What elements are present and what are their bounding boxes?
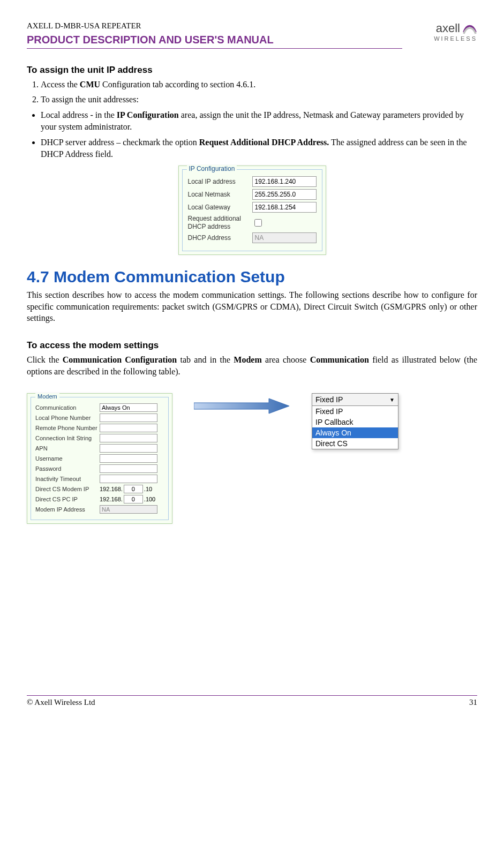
local-ip-label: Local IP address <box>188 178 252 185</box>
modem-comm-input[interactable] <box>100 403 157 412</box>
doc-product-line: AXELL D-MBR-USA REPEATER <box>27 21 402 31</box>
dcs-pc-suffix: .100 <box>144 496 155 502</box>
modem-conn-init-label: Connection Init String <box>35 435 100 441</box>
b2-pre: DHCP server address – checkmark the opti… <box>41 138 199 147</box>
communication-dropdown-panel: Fixed IP ▼ Fixed IP IP Callback Always O… <box>312 393 398 449</box>
b1-pre: Local address - in the <box>41 110 117 119</box>
gateway-input[interactable] <box>252 202 317 213</box>
p2-m2: area choose <box>262 355 310 364</box>
dropdown-selected-text: Fixed IP <box>315 395 343 404</box>
footer-page-number: 31 <box>469 698 477 707</box>
dropdown-option-always-on[interactable]: Always On <box>312 427 398 438</box>
modem-username-label: Username <box>35 455 100 462</box>
dcs-pc-prefix: 192.168. <box>100 496 123 502</box>
arrow-icon <box>194 395 290 417</box>
modem-remote-phone-label: Remote Phone Number <box>35 425 100 431</box>
modem-legend: Modem <box>35 393 59 400</box>
modem-inactivity-label: Inactivity Timeout <box>35 476 100 482</box>
svg-marker-0 <box>194 399 289 414</box>
communication-select[interactable]: Fixed IP ▼ <box>312 394 398 406</box>
ip-config-legend: IP Configuration <box>187 165 237 172</box>
modem-local-phone-input[interactable] <box>100 414 157 422</box>
modem-username-input[interactable] <box>100 454 157 463</box>
step1-bold: CMU <box>80 80 100 89</box>
p2-b2: Modem <box>234 355 261 364</box>
step1-text-post: Configuration tab according to section 4… <box>100 80 255 89</box>
step-2: To assign the unit addresses: <box>41 94 477 106</box>
dropdown-option-ip-callback[interactable]: IP Callback <box>312 417 398 427</box>
dropdown-option-fixed-ip[interactable]: Fixed IP <box>312 406 398 417</box>
p2-pre: Click the <box>27 355 63 364</box>
netmask-input[interactable] <box>252 189 317 200</box>
logo-wave-icon <box>462 22 477 35</box>
modem-local-phone-label: Local Phone Number <box>35 415 100 421</box>
dropdown-option-direct-cs[interactable]: Direct CS <box>312 438 398 449</box>
section-4-7-intro: This section describes how to access the… <box>27 289 477 324</box>
dcs-pc-seg-input[interactable] <box>124 495 143 503</box>
modem-ip-label: Modem IP Address <box>35 506 100 513</box>
p2-m1: tab and in the <box>177 355 234 364</box>
section-4-7-title: 4.7 Modem Communication Setup <box>27 268 477 286</box>
dhcp-addr-input <box>252 232 317 243</box>
modem-comm-label: Communication <box>35 404 100 411</box>
p2-b3: Communication <box>310 355 369 364</box>
dcs-modem-prefix: 192.168. <box>100 486 123 492</box>
dcs-modem-suffix: .10 <box>144 486 152 492</box>
logo-text: axell <box>436 21 460 35</box>
assign-ip-heading: To assign the unit IP address <box>27 65 477 76</box>
assign-ip-bullets: Local address - in the IP Configuration … <box>27 109 477 161</box>
modem-direct-cs-pc-label: Direct CS PC IP <box>35 496 100 502</box>
gateway-label: Local Gateway <box>188 204 252 211</box>
access-modem-para: Click the Communication Configuration ta… <box>27 354 477 377</box>
modem-inactivity-input[interactable] <box>100 475 157 483</box>
b2-bold: Request Additional DHCP Address. <box>199 138 329 147</box>
dhcp-addr-label: DHCP Address <box>188 234 252 242</box>
modem-password-input[interactable] <box>100 464 157 473</box>
modem-conn-init-input[interactable] <box>100 434 157 442</box>
modem-figure: Modem Communication Local Phone Number R… <box>27 393 477 524</box>
modem-fieldset: Modem Communication Local Phone Number R… <box>31 397 169 520</box>
logo: axell WIRELESS <box>402 21 477 42</box>
bullet-dhcp-address: DHCP server address – checkmark the opti… <box>41 137 477 161</box>
page-footer: © Axell Wireless Ltd 31 <box>27 695 477 707</box>
doc-title: PRODUCT DESCRIPTION AND USER'S MANUAL <box>27 34 402 49</box>
step1-text-pre: Access the <box>41 80 80 89</box>
dcs-modem-seg-input[interactable] <box>124 485 143 493</box>
modem-apn-input[interactable] <box>100 444 157 453</box>
modem-remote-phone-input[interactable] <box>100 424 157 432</box>
local-ip-input[interactable] <box>252 176 317 187</box>
modem-ip-input <box>100 505 157 514</box>
b1-bold: IP Configuration <box>117 110 179 119</box>
step-1: Access the CMU Configuration tab accordi… <box>41 79 477 91</box>
footer-copyright: © Axell Wireless Ltd <box>27 698 95 707</box>
chevron-down-icon: ▼ <box>389 397 395 403</box>
modem-apn-label: APN <box>35 445 100 452</box>
modem-password-label: Password <box>35 465 100 472</box>
ip-config-fieldset: IP Configuration Local IP address Local … <box>182 169 322 251</box>
ip-config-figure: IP Configuration Local IP address Local … <box>27 166 477 255</box>
page-header: AXELL D-MBR-USA REPEATER PRODUCT DESCRIP… <box>27 21 477 49</box>
assign-ip-steps: Access the CMU Configuration tab accordi… <box>27 79 477 106</box>
access-modem-heading: To access the modem settings <box>27 340 477 351</box>
req-dhcp-checkbox[interactable] <box>254 219 262 227</box>
netmask-label: Local Netmask <box>188 191 252 198</box>
logo-subtext: WIRELESS <box>402 35 477 42</box>
req-dhcp-label: Request additional DHCP address <box>188 215 252 230</box>
p2-b1: Communication Configuration <box>63 355 177 364</box>
bullet-local-address: Local address - in the IP Configuration … <box>41 109 477 133</box>
modem-direct-cs-modem-label: Direct CS Modem IP <box>35 486 100 492</box>
